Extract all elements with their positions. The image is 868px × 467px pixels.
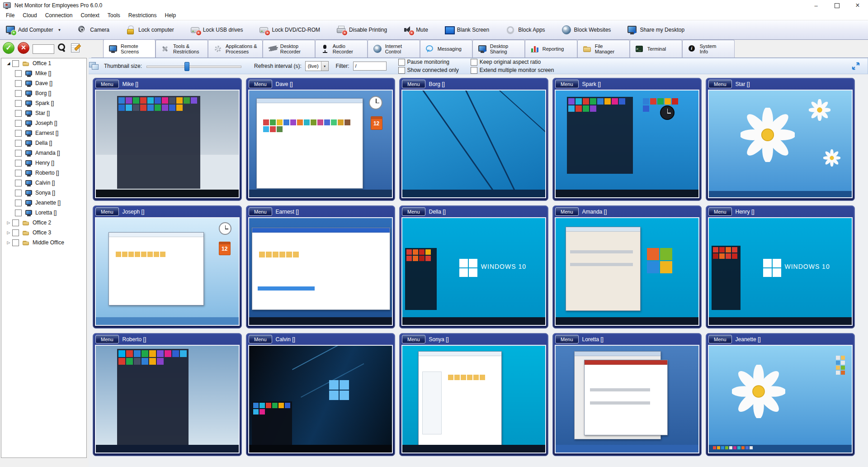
remote-screen[interactable] [95, 90, 240, 198]
search-input[interactable] [33, 44, 54, 54]
expand-icon[interactable]: ▷ [5, 230, 12, 235]
thumbnail-menu-button[interactable]: Menu [402, 207, 425, 216]
tree-item-dave[interactable]: Dave [] [1, 78, 86, 88]
thumbnail-menu-button[interactable]: Menu [95, 80, 119, 88]
toolbar-lock-dvd-cd-rom[interactable]: ×Lock DVD/CD-ROM [259, 25, 320, 35]
menu-file[interactable]: File [2, 11, 19, 19]
tree-checkbox[interactable] [15, 180, 22, 186]
tab-tools-restrictions[interactable]: Tools &Restrictions [156, 40, 208, 57]
thumbnail-menu-button[interactable]: Menu [249, 335, 272, 343]
tree-item-sonya[interactable]: Sonya [] [1, 188, 86, 198]
remote-screen[interactable] [708, 345, 853, 453]
checkbox-pause-monitoring[interactable]: Pause monitoring [398, 59, 459, 66]
tab-internet-control[interactable]: InternetControl [368, 40, 420, 57]
close-button[interactable]: × [847, 0, 868, 11]
thumbnail-menu-button[interactable]: Menu [95, 335, 119, 343]
maximize-button[interactable] [826, 0, 847, 11]
thumbnail-cell-borg[interactable]: Menu Borg [] [399, 78, 548, 201]
remote-screen[interactable]: 12 [248, 90, 393, 198]
thumbnail-cell-henry[interactable]: Menu Henry [] WINDOWS 10 [706, 205, 855, 329]
tree-checkbox[interactable] [15, 140, 22, 147]
thumbnail-size-slider[interactable] [146, 62, 241, 70]
toolbar-block-websites[interactable]: Block Websites [561, 25, 611, 35]
tree-checkbox[interactable] [15, 160, 22, 167]
expand-icon[interactable]: ▷ [5, 220, 12, 225]
remote-screen[interactable] [248, 217, 393, 326]
toolbar-disable-printing[interactable]: ×Disable Printing [336, 25, 387, 35]
tree-checkbox[interactable] [15, 170, 22, 176]
tab-desktop-recorder[interactable]: DesktopRecorder [263, 40, 315, 57]
tree-checkbox[interactable] [12, 229, 19, 236]
tree-checkbox[interactable] [15, 100, 22, 107]
tab-system-info[interactable]: iSystemInfo [682, 40, 735, 57]
checkbox-box[interactable] [398, 67, 405, 74]
tree-checkbox[interactable] [15, 70, 22, 77]
tree-item-office-1[interactable]: ◢Office 1 [1, 58, 86, 68]
toolbar-lock-usb-drives[interactable]: ×Lock USB drives [190, 25, 243, 35]
disconnect-button[interactable]: × [18, 42, 29, 56]
thumbnail-cell-sonya[interactable]: Menu Sonya [] [399, 333, 548, 456]
thumbnail-menu-button[interactable]: Menu [555, 335, 579, 343]
tree-item-della[interactable]: Della [] [1, 138, 86, 148]
checkbox-keep-original-aspect-ratio[interactable]: Keep original aspect ratio [471, 59, 554, 66]
tree-item-calvin[interactable]: Calvin [] [1, 178, 86, 188]
remote-screen[interactable]: WINDOWS 10 [708, 217, 853, 326]
menu-context[interactable]: Context [76, 11, 103, 19]
tree-item-mike[interactable]: Mike [] [1, 68, 86, 78]
thumbnail-cell-dave[interactable]: Menu Dave [] 12 [246, 78, 395, 201]
tree-item-office-3[interactable]: ▷Office 3 [1, 228, 86, 238]
tab-file-manager[interactable]: FileManager [577, 40, 630, 57]
tree-item-amanda[interactable]: Amanda [] [1, 148, 86, 158]
chevron-down-icon[interactable]: ▼ [57, 28, 61, 32]
menu-connection[interactable]: Connection [41, 11, 77, 19]
remote-screen[interactable]: WINDOWS 10 [401, 217, 546, 326]
toolbar-mute[interactable]: ×Mute [403, 25, 428, 35]
slider-handle[interactable] [184, 62, 189, 71]
connect-button[interactable]: ✓ [3, 42, 14, 56]
tree-item-loretta[interactable]: Loretta [] [1, 208, 86, 218]
tab-applications-processes[interactable]: Applications &Processes [208, 40, 263, 57]
tree-checkbox[interactable] [12, 239, 19, 246]
tab-desktop-sharing[interactable]: DesktopSharing [472, 40, 525, 57]
tab-audio-recorder[interactable]: AudioRecorder [315, 40, 368, 57]
tree-item-jeanette[interactable]: Jeanette [] [1, 198, 86, 208]
tab-reporting[interactable]: Reporting [525, 40, 577, 57]
thumbnail-cell-joseph[interactable]: Menu Joseph [] 12 [93, 205, 242, 329]
remote-screen[interactable] [555, 345, 699, 453]
thumbnail-cell-calvin[interactable]: Menu Calvin [] [246, 333, 395, 456]
thumbnail-menu-button[interactable]: Menu [249, 207, 272, 216]
tree-checkbox[interactable] [15, 190, 22, 196]
tree-item-borg[interactable]: Borg [] [1, 88, 86, 98]
toolbar-lock-computer[interactable]: Lock computer [126, 25, 174, 35]
thumbnail-menu-button[interactable]: Menu [555, 207, 579, 216]
thumbnail-menu-button[interactable]: Menu [555, 80, 579, 88]
tab-messaging[interactable]: Messaging [420, 40, 472, 57]
tree-item-spark[interactable]: Spark [] [1, 98, 86, 108]
filter-input[interactable] [353, 62, 387, 71]
edit-list-button[interactable] [71, 43, 81, 55]
remote-screen[interactable] [555, 90, 699, 198]
thumbnail-menu-button[interactable]: Menu [402, 335, 425, 343]
thumbnail-cell-amanda[interactable]: Menu Amanda [] [552, 205, 702, 329]
tree-item-henry[interactable]: Henry [] [1, 158, 86, 168]
thumbnail-cell-earnest[interactable]: Menu Earnest [] [246, 205, 395, 329]
tab-terminal[interactable]: >_Terminal [630, 40, 682, 57]
search-button[interactable] [57, 43, 67, 55]
thumbnail-cell-jeanette[interactable]: Menu Jeanette [] [706, 333, 855, 456]
tree-checkbox[interactable] [15, 130, 22, 137]
checkbox-extend-multiple-monitor-screen[interactable]: Extend multiple monitor screen [471, 67, 554, 74]
thumbnail-cell-loretta[interactable]: Menu Loretta [] [552, 333, 702, 456]
tree-item-star[interactable]: Star [] [1, 108, 86, 118]
toolbar-add-computer[interactable]: +Add Computer▼ [5, 25, 61, 35]
thumbnail-menu-button[interactable]: Menu [708, 335, 732, 343]
checkbox-show-connected-only[interactable]: Show connected only [398, 67, 459, 74]
thumbnail-cell-star[interactable]: Menu Star [] [706, 78, 855, 201]
menu-cloud[interactable]: Cloud [19, 11, 41, 19]
remote-screen[interactable] [401, 90, 546, 198]
tree-checkbox[interactable] [15, 210, 22, 216]
thumbnail-cell-roberto[interactable]: Menu Roberto [] [93, 333, 242, 456]
tree-checkbox[interactable] [12, 60, 19, 67]
tree-checkbox[interactable] [15, 200, 22, 206]
remote-screen[interactable]: 12 [95, 217, 240, 326]
thumbnail-menu-button[interactable]: Menu [708, 80, 732, 88]
